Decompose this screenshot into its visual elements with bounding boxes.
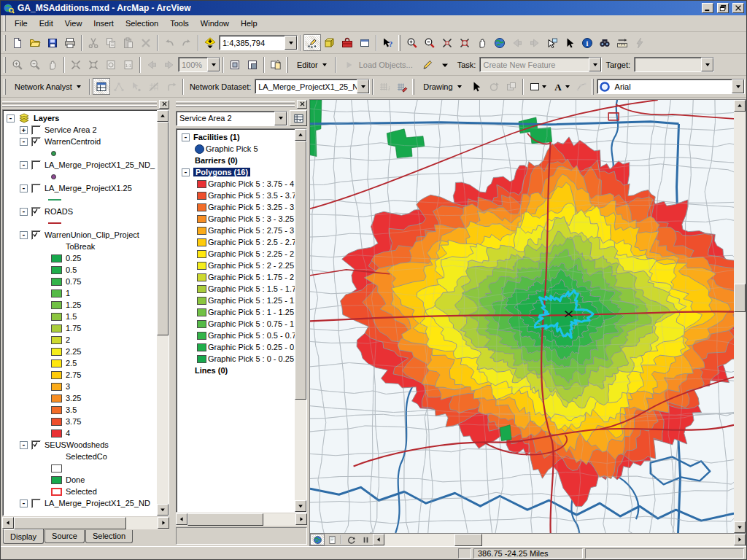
na-category-label[interactable]: Lines (0) <box>195 366 228 375</box>
pause-drawing-button[interactable] <box>358 534 373 545</box>
restore-button[interactable] <box>717 3 729 13</box>
na-properties-button[interactable] <box>290 110 307 126</box>
select-features-tool[interactable] <box>543 34 561 51</box>
network-dataset-combo[interactable]: LA_Merge_ProjectX1_25_ND <box>255 79 370 94</box>
menu-help[interactable]: Help <box>235 17 263 30</box>
scroll-down-button[interactable] <box>734 521 746 533</box>
scroll-right-button[interactable] <box>158 517 169 529</box>
scroll-down-button[interactable] <box>295 500 306 512</box>
toolbar-grip[interactable] <box>286 57 288 73</box>
polygon-class-label[interactable]: Graphic Pick 5 : 0 - 0.25 <box>208 354 294 363</box>
map-horizontal-scrollbar[interactable] <box>373 534 746 546</box>
scroll-thumb[interactable] <box>295 141 306 400</box>
tree-expander[interactable]: - <box>20 184 28 192</box>
network-analyst-menu[interactable]: Network Analyst <box>9 80 87 93</box>
map-canvas[interactable] <box>310 100 734 533</box>
font-combo-dropdown[interactable] <box>732 79 744 93</box>
drawing-select-tool[interactable] <box>468 78 485 95</box>
scroll-up-button[interactable] <box>157 110 169 122</box>
menu-window[interactable]: Window <box>195 17 235 30</box>
polygon-class-label[interactable]: Graphic Pick 5 : 0.75 - 1 <box>208 319 294 328</box>
toolbar-grip[interactable] <box>4 79 6 95</box>
toc-horizontal-scrollbar[interactable] <box>2 517 169 529</box>
editor-sketch-tool[interactable] <box>419 56 436 73</box>
scroll-track[interactable] <box>187 513 295 526</box>
arctoolbox-button[interactable] <box>338 34 356 51</box>
scroll-thumb[interactable] <box>157 122 169 335</box>
minimize-button[interactable] <box>702 3 713 13</box>
scroll-thumb[interactable] <box>454 534 482 546</box>
identify-tool[interactable]: i <box>578 34 596 51</box>
build-network-button[interactable] <box>393 78 411 95</box>
polygon-class-label[interactable]: Graphic Pick 5 : 1.25 - 1.5 <box>208 296 295 305</box>
layer-checkbox[interactable] <box>31 184 41 193</box>
scroll-down-button[interactable] <box>157 504 169 516</box>
polygon-class-label[interactable]: Graphic Pick 5 : 2.75 - 3 <box>208 226 294 235</box>
command-window-button[interactable] <box>356 34 374 51</box>
layer-checkbox[interactable] <box>31 440 41 450</box>
sketch-tool-button[interactable] <box>303 34 321 51</box>
tree-expander[interactable]: - <box>182 168 190 176</box>
polygon-class-label[interactable]: Graphic Pick 5 : 3 - 3.25 <box>208 214 294 223</box>
new-rectangle-tool-dropdown[interactable] <box>542 85 546 88</box>
toc-drag-grip[interactable] <box>2 101 157 107</box>
focus-data-frame-button[interactable] <box>244 56 261 73</box>
tab-display[interactable]: Display <box>3 529 44 544</box>
layer-label[interactable]: LA_Merge_ProjectX1_25_ND <box>44 499 150 508</box>
open-button[interactable] <box>26 34 44 51</box>
layer-label[interactable]: LA_Merge_ProjectX1.25 <box>44 184 132 192</box>
full-extent-button[interactable] <box>491 34 508 51</box>
new-map-button[interactable] <box>9 34 26 51</box>
toc-vertical-scrollbar[interactable] <box>157 110 169 516</box>
save-button[interactable] <box>44 34 61 51</box>
polygon-class-label[interactable]: Graphic Pick 5 : 2.25 - 2.5 <box>208 249 295 258</box>
na-close-button[interactable] <box>297 100 307 109</box>
active-analysis-combo[interactable]: Service Area 2 <box>176 111 287 126</box>
task-combo-dropdown[interactable] <box>589 58 601 71</box>
polygon-class-label[interactable]: Graphic Pick 5 : 1 - 1.25 <box>208 308 294 316</box>
scroll-track[interactable] <box>157 122 169 504</box>
data-view-button[interactable] <box>310 534 325 545</box>
select-elements-tool[interactable] <box>561 34 578 51</box>
menu-insert[interactable]: Insert <box>88 17 120 30</box>
layout-view-button[interactable] <box>325 534 339 545</box>
toolbar-grip[interactable] <box>592 79 594 95</box>
fixed-zoom-out-button[interactable] <box>456 34 473 51</box>
toc-panel-header[interactable] <box>1 99 171 109</box>
layer-label[interactable]: WarrenCentroid <box>44 137 101 146</box>
scroll-left-button[interactable] <box>176 513 187 525</box>
zoom-in-tool[interactable] <box>403 34 421 51</box>
menu-view[interactable]: View <box>59 17 88 30</box>
na-category-label[interactable]: Barriers (0) <box>195 156 238 165</box>
tree-expander[interactable]: - <box>20 208 28 216</box>
zoom-out-tool[interactable] <box>421 34 438 51</box>
scroll-thumb[interactable] <box>14 517 126 529</box>
na-vertical-scrollbar[interactable] <box>295 129 306 512</box>
scroll-right-button[interactable] <box>734 534 746 545</box>
na-panel-header[interactable] <box>174 99 309 109</box>
combo-dropdown-button[interactable] <box>274 112 287 125</box>
scroll-thumb[interactable] <box>187 513 263 526</box>
tree-expander[interactable]: - <box>20 138 28 146</box>
scroll-left-button[interactable] <box>2 517 14 529</box>
network-analyst-window-button[interactable] <box>93 78 110 95</box>
add-data-button[interactable] <box>201 34 219 51</box>
close-button[interactable] <box>732 3 744 13</box>
layer-label[interactable]: ROADS <box>44 207 73 216</box>
map-scale-combo[interactable]: 1:4,385,794 <box>219 35 298 50</box>
scroll-up-button[interactable] <box>734 100 746 112</box>
network-dataset-combo-dropdown[interactable] <box>357 79 369 93</box>
find-button[interactable] <box>596 34 614 51</box>
menu-file[interactable]: File <box>9 17 34 30</box>
tree-expander[interactable]: + <box>20 126 28 134</box>
toolbar-grip[interactable] <box>4 57 6 73</box>
polygon-class-label[interactable]: Graphic Pick 5 : 3.75 - 4 <box>208 179 294 188</box>
polygon-class-label[interactable]: Graphic Pick 5 : 0.25 - 0.5 <box>208 343 295 351</box>
tree-expander[interactable]: - <box>182 133 190 141</box>
layer-label[interactable]: LA_Merge_ProjectX1_25_ND_ <box>44 160 155 169</box>
polygon-class-label[interactable]: Graphic Pick 5 : 2.5 - 2.75 <box>208 238 295 246</box>
pan-tool[interactable] <box>473 34 491 51</box>
polygon-class-label[interactable]: Graphic Pick 5 : 1.75 - 2 <box>208 273 294 281</box>
refresh-view-button[interactable] <box>344 534 358 545</box>
new-text-tool-dropdown[interactable] <box>565 85 570 88</box>
